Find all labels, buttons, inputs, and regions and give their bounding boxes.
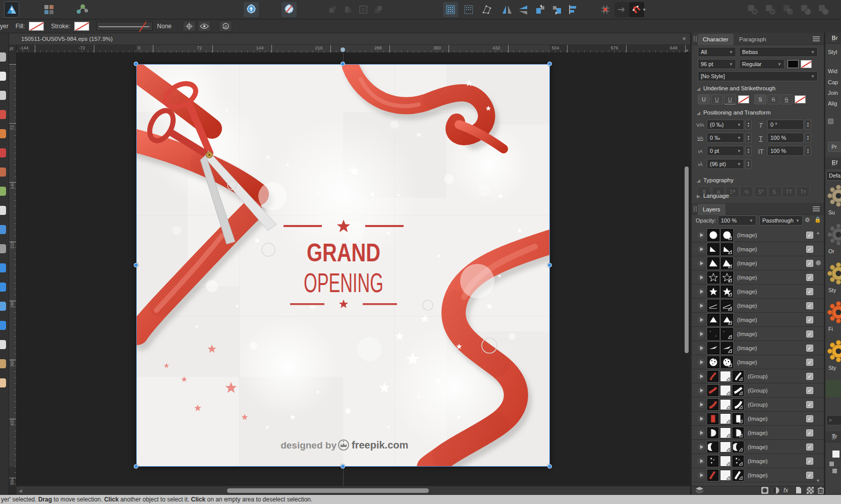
scroll-up-arrow-icon[interactable]: ▲ xyxy=(685,47,689,52)
stroke-swatch[interactable] xyxy=(74,22,89,31)
leading-field[interactable]: (96 pt)▼ xyxy=(707,159,744,169)
transform-anchor-square[interactable] xyxy=(832,469,837,473)
layer-visibility-checkbox[interactable]: ✓ xyxy=(806,401,813,408)
selection-handle-n[interactable] xyxy=(341,62,345,66)
layer-thumbnail[interactable] xyxy=(721,328,733,340)
layer-visibility-checkbox[interactable]: ✓ xyxy=(806,288,813,295)
layer-visibility-checkbox[interactable]: ✓ xyxy=(806,415,813,422)
font-collection-select[interactable]: All▼ xyxy=(698,47,736,57)
selection-handle-e[interactable] xyxy=(547,263,552,267)
layer-thumbnail[interactable] xyxy=(733,399,744,410)
cycle-selection-box-icon[interactable]: S xyxy=(219,21,232,32)
layer-visibility-checkbox[interactable]: ✓ xyxy=(806,458,813,465)
shear-stepper[interactable]: ▲▼ xyxy=(805,120,811,130)
font-background-swatch[interactable] xyxy=(801,60,812,68)
tool-icon-fragment[interactable] xyxy=(0,283,6,292)
horizontal-scroll-thumb[interactable] xyxy=(227,488,429,493)
transform-mode-icon[interactable] xyxy=(479,2,494,17)
layer-thumbnail[interactable] xyxy=(707,286,719,298)
layer-thumbnail[interactable] xyxy=(733,385,744,396)
fill-swatch[interactable] xyxy=(29,22,44,31)
text-style-select[interactable]: [No Style]▼ xyxy=(698,71,818,81)
strikethrough-color-swatch[interactable] xyxy=(795,95,806,103)
document-tab[interactable]: 150511-OUS0V5-984.eps (157.9%) × xyxy=(9,33,690,45)
layer-visibility-checkbox[interactable]: ✓ xyxy=(806,345,813,352)
layer-lock-icon[interactable]: 🔒 xyxy=(814,216,821,223)
tool-icon-fragment[interactable] xyxy=(0,206,6,215)
leading-stepper[interactable]: ▲▼ xyxy=(745,159,752,169)
boolean-divide-icon[interactable] xyxy=(798,2,813,17)
layer-expand-arrow-icon[interactable] xyxy=(698,359,705,366)
insert-on-top-icon[interactable] xyxy=(371,2,386,17)
layer-thumbnail[interactable] xyxy=(707,399,718,410)
mask-layer-icon[interactable] xyxy=(761,487,768,495)
horizontal-scrollbar[interactable]: ◀ xyxy=(17,486,690,494)
layer-expand-arrow-icon[interactable] xyxy=(698,288,705,295)
hide-selection-icon[interactable] xyxy=(198,21,211,32)
layer-expand-arrow-icon[interactable] xyxy=(698,373,705,380)
vertical-scrollbar[interactable]: ▲ xyxy=(683,53,690,486)
tool-icon-fragment[interactable] xyxy=(0,52,6,62)
kerning-stepper[interactable]: ▲▼ xyxy=(745,120,752,130)
strikethrough-button[interactable]: S xyxy=(754,94,766,104)
tool-icon-fragment[interactable] xyxy=(0,378,6,387)
baseline-field[interactable]: 0 pt▼ xyxy=(707,146,744,156)
marquee-select-icon[interactable] xyxy=(443,2,458,17)
style-preview-partial[interactable] xyxy=(825,380,841,397)
layer-thumbnail[interactable] xyxy=(721,342,733,354)
flip-horizontal-icon[interactable] xyxy=(499,2,515,17)
layer-row[interactable]: (Image)✓ xyxy=(692,285,824,299)
fx-icon[interactable]: fx xyxy=(783,487,788,494)
layer-row[interactable]: (Image)✓ xyxy=(692,299,824,313)
tool-icon-fragment[interactable] xyxy=(0,129,6,138)
layer-row[interactable]: (Image)✓ xyxy=(692,426,824,440)
tool-icon-fragment[interactable] xyxy=(0,110,6,119)
layer-row[interactable]: (Image)✓ xyxy=(692,270,824,285)
section-underline[interactable]: ◢Underline and Strikethrough xyxy=(692,85,824,93)
layer-thumbnail[interactable] xyxy=(721,271,733,284)
layer-row[interactable]: (Image)✓ xyxy=(692,228,824,242)
snapping-dropdown-caret[interactable]: ▼ xyxy=(642,8,646,12)
canvas-viewport[interactable]: GRAND OPENING designed by freepik.com xyxy=(17,53,690,486)
rotate-cw-icon[interactable] xyxy=(549,2,565,17)
layer-row[interactable]: (Image)✓ xyxy=(692,412,824,426)
underline-color-swatch[interactable] xyxy=(738,95,749,103)
underline-button[interactable]: U xyxy=(711,94,723,104)
layer-row[interactable]: (Group)✓ xyxy=(692,369,824,383)
selection-handle-w[interactable] xyxy=(134,263,138,267)
app-logo-icon[interactable] xyxy=(4,2,19,18)
layer-row[interactable]: (Image)✓ xyxy=(692,256,824,270)
selection-handle-nw[interactable] xyxy=(134,62,138,66)
layer-thumbnail[interactable] xyxy=(707,456,718,467)
layer-expand-arrow-icon[interactable] xyxy=(698,232,705,239)
align-icon[interactable] xyxy=(565,2,580,17)
vertical-ruler[interactable]: 72144216288360432504 xyxy=(9,45,17,486)
tool-icon-fragment[interactable] xyxy=(0,91,6,100)
layer-expand-arrow-icon[interactable] xyxy=(698,387,705,394)
layer-thumbnail[interactable] xyxy=(721,229,733,241)
layer-visibility-checkbox[interactable]: ✓ xyxy=(806,359,813,366)
layers-scrollbar[interactable]: ▲ ▼ xyxy=(814,228,822,486)
layer-thumbnail[interactable] xyxy=(721,300,733,312)
tab-transform[interactable]: Tr xyxy=(825,431,841,442)
transform-origin-icon[interactable] xyxy=(183,21,196,32)
layer-thumbnail[interactable] xyxy=(707,314,719,326)
insert-inside-icon[interactable] xyxy=(356,2,371,17)
layer-thumbnail[interactable] xyxy=(721,257,733,269)
stroke-style-widget[interactable] xyxy=(96,22,153,31)
tool-icon-fragment[interactable] xyxy=(0,244,6,253)
tool-icon-fragment[interactable] xyxy=(0,148,6,157)
strikethrough-button[interactable]: S xyxy=(767,94,779,104)
layer-thumbnail[interactable] xyxy=(707,385,718,396)
panel-grip[interactable] xyxy=(694,206,697,212)
panel-menu-icon[interactable] xyxy=(813,206,820,211)
tab-effects[interactable]: Ef xyxy=(825,157,841,169)
layer-thumbnail[interactable] xyxy=(733,441,744,453)
vertical-scroll-thumb[interactable] xyxy=(685,166,689,353)
layer-row[interactable]: (Image)✓ xyxy=(692,313,824,327)
layer-stack-icon[interactable] xyxy=(696,487,703,494)
layer-expand-arrow-icon[interactable] xyxy=(698,274,705,281)
layer-visibility-checkbox[interactable]: ✓ xyxy=(806,429,813,436)
layer-visibility-checkbox[interactable]: ✓ xyxy=(806,260,813,267)
underline-button[interactable]: U xyxy=(724,94,736,104)
